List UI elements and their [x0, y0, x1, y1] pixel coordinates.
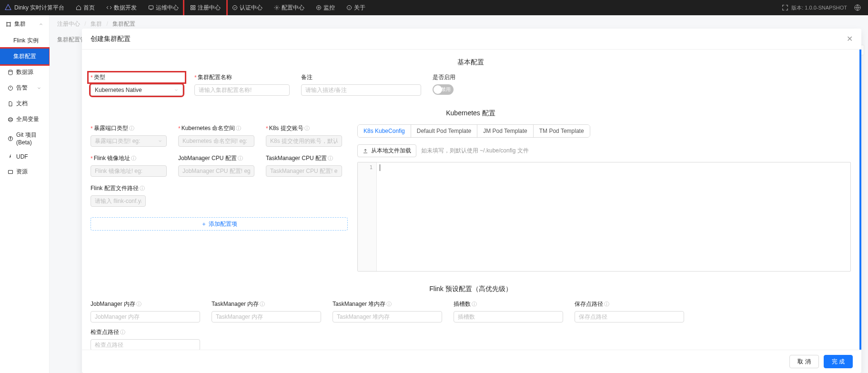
jm-mem-label: JobManager 内存ⓘ: [91, 300, 200, 308]
note-input[interactable]: [301, 84, 421, 96]
help-icon: ⓘ: [304, 125, 310, 132]
svg-rect-20: [9, 170, 13, 173]
jm-mem-input[interactable]: [91, 311, 200, 323]
sidebar-item-1[interactable]: 集群配置: [0, 49, 49, 64]
nav-code[interactable]: 数据开发: [101, 0, 142, 15]
upload-hint: 如未填写，则默认使用 ~/.kube/config 文件: [421, 147, 529, 155]
sidebar-header-label: 集群: [14, 20, 26, 28]
name-input[interactable]: [194, 84, 290, 96]
cp-input[interactable]: [91, 339, 200, 350]
help-icon: ⓘ: [328, 155, 333, 162]
sidebar-item-0[interactable]: Flink 实例: [0, 33, 49, 49]
logo-icon: [4, 3, 12, 12]
version-label: 版本: 1.0.0-SNAPSHOT: [791, 4, 847, 11]
svg-point-6: [276, 7, 278, 9]
svg-point-8: [318, 7, 320, 9]
nav-app[interactable]: 注册中心: [184, 0, 226, 15]
tab-3[interactable]: TM Pod Template: [534, 125, 590, 137]
help-icon: ⓘ: [140, 185, 145, 192]
tm-mem-input[interactable]: [212, 311, 321, 323]
cp-label: 检查点路径ⓘ: [91, 328, 200, 336]
tab-2[interactable]: JM Pod Template: [477, 125, 534, 137]
type-label: 类型: [89, 72, 185, 82]
nav-ops[interactable]: 运维中心: [142, 0, 184, 15]
upload-local-button[interactable]: 从本地文件加载: [357, 144, 416, 157]
upload-icon: [363, 148, 368, 154]
expose-select[interactable]: 暴露端口类型! eg:: [91, 135, 167, 147]
sidebar-item-5[interactable]: 全局变量: [0, 111, 49, 127]
enable-label: 是否启用: [433, 73, 455, 81]
finish-button[interactable]: 完 成: [824, 355, 853, 368]
nav-info[interactable]: 关于: [341, 0, 371, 15]
tab-1[interactable]: Default Pod Template: [411, 125, 478, 137]
top-nav: Dinky 实时计算平台 首页数据开发运维中心注册中心认证中心配置中心监控关于 …: [0, 0, 868, 15]
nav-home[interactable]: 首页: [70, 0, 101, 15]
slot-input[interactable]: [454, 311, 563, 323]
jmcpu-input[interactable]: [178, 165, 254, 177]
svg-point-14: [10, 25, 11, 26]
help-icon: ⓘ: [129, 125, 134, 132]
help-icon: ⓘ: [604, 301, 609, 308]
section-basic: 基本配置: [91, 58, 851, 67]
plus-icon: ＋: [201, 220, 207, 228]
tm-heap-input[interactable]: [333, 311, 442, 323]
doc-icon: [8, 101, 13, 107]
add-config-item-button[interactable]: ＋ 添加配置项: [91, 217, 348, 231]
sidebar-item-3[interactable]: 告警: [0, 80, 49, 96]
lang-icon[interactable]: [851, 4, 864, 11]
sidebar-header-cluster[interactable]: 集群: [0, 15, 49, 33]
sidebar-item-8[interactable]: 资源: [0, 164, 49, 180]
global-icon: [8, 117, 13, 122]
sidebar-item-2[interactable]: 数据源: [0, 64, 49, 80]
fullscreen-icon[interactable]: [779, 4, 791, 11]
git-icon: [8, 136, 13, 141]
enable-switch[interactable]: 禁用: [433, 84, 454, 95]
tmcpu-label: TaskManager CPU 配置ⓘ: [266, 154, 342, 162]
check-icon: [232, 5, 238, 10]
app-icon: [190, 5, 196, 10]
monitor-icon: [316, 5, 322, 10]
sidebar-item-4[interactable]: 文档: [0, 96, 49, 111]
sidebar-item-6[interactable]: Git 项目(Beta): [0, 127, 49, 150]
k8s-tabs: K8s KubeConfigDefault Pod TemplateJM Pod…: [357, 124, 590, 138]
help-icon: ⓘ: [131, 155, 136, 162]
chevron-down-icon: [174, 88, 179, 92]
modal-title: 创建集群配置: [91, 35, 131, 43]
svg-point-19: [10, 137, 11, 138]
acct-input[interactable]: [266, 135, 342, 147]
chevron-up-icon: [39, 22, 43, 27]
nav-monitor[interactable]: 监控: [310, 0, 341, 15]
svg-point-15: [9, 70, 12, 71]
section-k8s: Kubernetes 配置: [91, 109, 851, 118]
editor-gutter: 1: [358, 162, 377, 271]
brand: Dinky 实时计算平台: [4, 3, 64, 12]
type-select[interactable]: Kubernetes Native: [91, 84, 183, 96]
img-input[interactable]: [91, 165, 167, 177]
sp-input[interactable]: [575, 311, 684, 323]
svg-rect-2: [193, 6, 195, 8]
sp-label: 保存点路径ⓘ: [575, 300, 684, 308]
name-label: 集群配置名称: [194, 73, 290, 81]
ns-input[interactable]: [178, 135, 254, 147]
nav-check[interactable]: 认证中心: [226, 0, 268, 15]
cancel-button[interactable]: 取 消: [789, 355, 818, 368]
jmcpu-label: JobManager CPU 配置ⓘ: [178, 154, 254, 162]
help-icon: ⓘ: [260, 301, 265, 308]
chevron-down-icon: [158, 139, 162, 143]
conf-input[interactable]: [91, 195, 146, 207]
slot-label: 插槽数ⓘ: [454, 300, 563, 308]
help-icon: ⓘ: [386, 301, 392, 308]
svg-point-13: [7, 25, 8, 26]
tm-mem-label: TaskManager 内存ⓘ: [212, 300, 321, 308]
cog-icon: [274, 5, 280, 10]
tmcpu-input[interactable]: [266, 165, 342, 177]
tab-0[interactable]: K8s KubeConfig: [358, 125, 411, 137]
sidebar-item-7[interactable]: UDF: [0, 150, 49, 164]
nav-cog[interactable]: 配置中心: [268, 0, 310, 15]
kubeconfig-editor[interactable]: 1: [357, 162, 851, 272]
help-icon: ⓘ: [120, 329, 125, 336]
help-icon: ⓘ: [238, 155, 243, 162]
close-icon[interactable]: ✕: [847, 34, 853, 43]
acct-label: K8s 提交账号ⓘ: [266, 124, 342, 132]
alert-icon: [8, 85, 13, 91]
